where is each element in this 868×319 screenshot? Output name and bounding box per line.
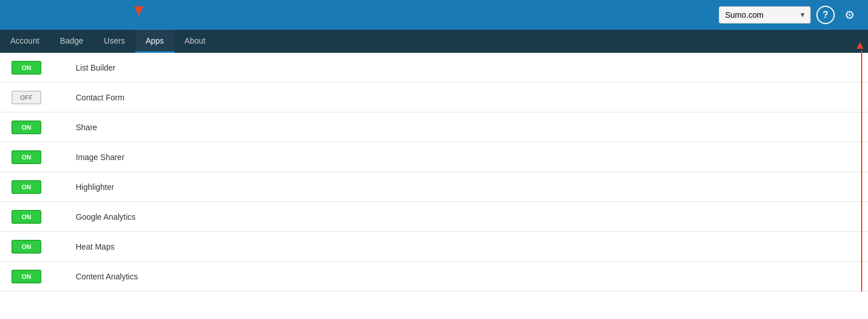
nav-item-users[interactable]: Users	[94, 30, 135, 53]
toggle-heat-maps[interactable]: ON	[11, 240, 41, 254]
app-name: Image Sharer	[76, 153, 124, 162]
nav-item-badge[interactable]: Badge	[50, 30, 94, 53]
app-row: ONContent Analytics	[0, 262, 868, 291]
toggle-share[interactable]: ON	[11, 120, 41, 134]
app-row: ONHeat Maps	[0, 232, 868, 262]
app-row: ONHighlighter	[0, 172, 868, 202]
app-row: ONList Builder	[0, 53, 868, 83]
site-selector-wrapper: Sumo.com ▼	[719, 6, 811, 24]
toggle-contact-form[interactable]: OFF	[11, 91, 41, 104]
nav-bar: AccountBadgeUsersAppsAbout	[0, 30, 868, 53]
arrow-down-annotation: ▼	[131, 2, 147, 18]
app-name: List Builder	[76, 63, 115, 72]
apps-list: ONList BuilderOFFContact FormONShareONIm…	[0, 53, 868, 291]
nav-item-apps[interactable]: Apps	[135, 30, 174, 53]
nav-item-account[interactable]: Account	[0, 30, 50, 53]
app-row: ONGoogle Analytics	[0, 202, 868, 232]
app-row: ONShare	[0, 112, 868, 142]
toggle-list-builder[interactable]: ON	[11, 61, 41, 75]
toggle-highlighter[interactable]: ON	[11, 180, 41, 194]
app-name: Google Analytics	[76, 212, 135, 221]
app-name: Contact Form	[76, 93, 124, 102]
toggle-content-analytics[interactable]: ON	[11, 270, 41, 283]
app-name: Share	[76, 123, 97, 132]
nav-item-about[interactable]: About	[174, 30, 216, 53]
app-name: Highlighter	[76, 182, 114, 192]
help-button[interactable]: ?	[816, 6, 835, 24]
toggle-google-analytics[interactable]: ON	[11, 210, 41, 224]
app-row: ONImage Sharer	[0, 142, 868, 172]
toggle-image-sharer[interactable]: ON	[11, 150, 41, 164]
top-bar: ▼ Sumo.com ▼ ? ⚙	[0, 0, 868, 30]
app-name: Heat Maps	[76, 242, 115, 251]
app-row: OFFContact Form	[0, 83, 868, 112]
settings-button[interactable]: ⚙	[840, 6, 859, 24]
site-dropdown[interactable]: Sumo.com	[719, 6, 811, 24]
app-name: Content Analytics	[76, 272, 138, 281]
